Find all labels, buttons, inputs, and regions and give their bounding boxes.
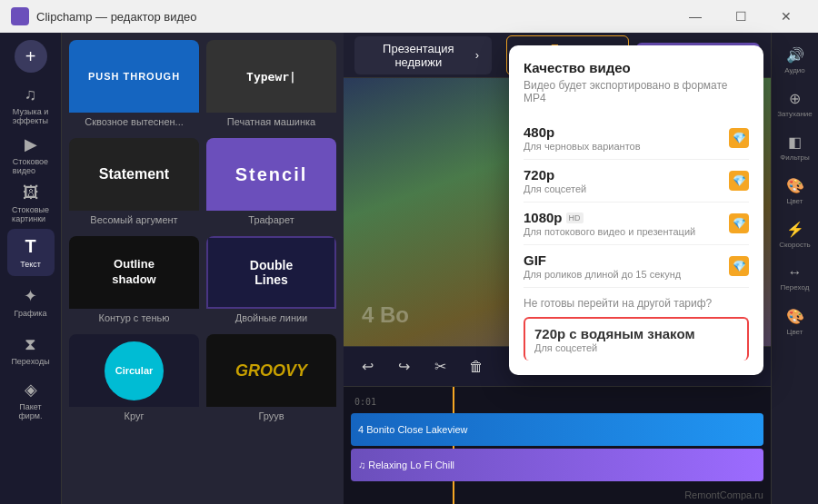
template-statement-thumb: Statement: [69, 138, 199, 211]
gem-1080p: 💎: [729, 213, 749, 233]
gem-gif: 💎: [729, 256, 749, 276]
quality-option-480p[interactable]: 480p Для черновых вариантов 💎: [524, 117, 749, 160]
quality-desc-1080p: Для потокового видео и презентаций: [524, 226, 695, 237]
brand-icon: ◈: [25, 380, 37, 400]
right-sidebar: 🔊 Аудио ⊕ Затухание ◧ Фильтры 🎨 Цвет ⚡ С…: [771, 33, 818, 504]
template-push[interactable]: PUSH THROUGH Сквозное вытеснен...: [69, 40, 199, 131]
transition-icon: ↔: [788, 264, 803, 281]
preview-text-overlay: 4 Bo: [362, 302, 409, 328]
sidebar-item-images-label: Стоковыекартинки: [12, 205, 49, 223]
stock-icon: ▶: [25, 134, 37, 154]
graphics-icon: ✦: [24, 286, 37, 306]
color2-label: Цвет: [787, 328, 803, 336]
window-controls: — ☐ ✕: [674, 3, 807, 30]
music-icon: ♫: [25, 85, 37, 104]
sidebar-transition-icon[interactable]: ↔ Переход: [775, 258, 815, 298]
quality-desc-480p: Для черновых вариантов: [524, 141, 641, 152]
window-title: Clipchamp — редактор видео: [36, 10, 667, 24]
quality-watermark-desc: Для соцсетей: [534, 342, 695, 353]
sidebar-item-transitions[interactable]: ⧗ Переходы: [7, 327, 55, 374]
sidebar-item-text[interactable]: T Текст: [7, 229, 55, 276]
template-stencil[interactable]: Stencil Трафарет: [206, 138, 336, 229]
filters-icon: ◧: [788, 133, 802, 151]
quality-res-gif: GIF: [524, 252, 681, 268]
speed-icon: ⚡: [786, 221, 804, 238]
speed-label: Скорость: [779, 241, 811, 249]
quality-watermark-option[interactable]: 720р с водяным знаком Для соцсетей: [524, 317, 749, 361]
template-statement[interactable]: Statement Весомый аргумент: [69, 138, 199, 229]
quality-panel: Качество видео Видео будет экспортирован…: [509, 45, 763, 375]
sidebar-item-stock-label: Стоковоевидео: [13, 157, 48, 175]
quality-divider: Не готовы перейти на другой тариф?: [524, 297, 749, 310]
redo-button[interactable]: ↪: [391, 354, 416, 380]
template-typewr-thumb: Typewr|: [206, 40, 336, 113]
template-circular-label: Круг: [69, 407, 199, 425]
quality-res-1080p: 1080p HD: [524, 210, 695, 225]
fade-icon: ⊕: [789, 90, 801, 107]
fade-label: Затухание: [777, 110, 813, 118]
maximize-button[interactable]: ☐: [720, 3, 762, 30]
template-typewr[interactable]: Typewr| Печатная машинка: [206, 40, 336, 131]
sidebar-item-graphics[interactable]: ✦ Графика: [7, 278, 55, 325]
filters-label: Фильтры: [780, 153, 810, 162]
sidebar-filters-icon[interactable]: ◧ Фильтры: [775, 127, 815, 167]
sidebar-color-icon[interactable]: 🎨 Цвет: [775, 171, 815, 211]
quality-desc-gif: Для роликов длиной до 15 секунд: [524, 269, 681, 280]
sidebar-item-brand-label: Пакетфирм.: [18, 402, 42, 420]
video-track-label: 4 Bonito Close Lakeview: [358, 424, 467, 435]
cut-button[interactable]: ✂: [427, 354, 453, 380]
quality-panel-subtitle: Видео будет экспортировано в формате MP4: [524, 79, 749, 104]
audio-track-label: ♫ Relaxing Lo Fi Chill: [358, 460, 454, 470]
template-outline[interactable]: Outlineshadow Контур с тенью: [69, 236, 199, 327]
sidebar-speed-icon[interactable]: ⚡ Скорость: [775, 214, 815, 254]
quality-panel-title: Качество видео: [524, 60, 749, 75]
quality-desc-720p: Для соцсетей: [524, 183, 586, 194]
sidebar-fade-icon[interactable]: ⊕ Затухание: [775, 84, 815, 124]
titlebar: Clipchamp — редактор видео — ☐ ✕: [0, 0, 818, 33]
project-title-button[interactable]: Презентация недвижи ›: [354, 36, 492, 74]
gem-720p: 💎: [729, 171, 749, 191]
template-typewr-label: Печатная машинка: [206, 113, 336, 131]
template-stencil-thumb: Stencil: [206, 138, 336, 211]
quality-option-gif[interactable]: GIF Для роликов длиной до 15 секунд 💎: [524, 245, 749, 288]
add-media-button[interactable]: +: [15, 40, 47, 73]
audio-icon: 🔊: [786, 46, 804, 64]
template-push-label: Сквозное вытеснен...: [69, 113, 199, 131]
video-track[interactable]: 4 Bonito Close Lakeview: [351, 413, 763, 446]
template-outline-thumb: Outlineshadow: [69, 236, 199, 309]
audio-track[interactable]: ♫ Relaxing Lo Fi Chill: [351, 449, 763, 481]
delete-button[interactable]: 🗑: [464, 354, 489, 380]
close-button[interactable]: ✕: [765, 3, 807, 30]
quality-option-720p[interactable]: 720p Для соцсетей 💎: [524, 160, 749, 203]
sidebar-item-music-label: Музыка иэффекты: [13, 107, 48, 125]
text-icon: T: [25, 236, 35, 257]
transition-label: Переход: [781, 283, 810, 292]
gem-480p: 💎: [729, 128, 749, 148]
quality-res-480p: 480p: [524, 124, 641, 140]
sidebar-item-transitions-label: Переходы: [11, 357, 49, 366]
template-grid: PUSH THROUGH Сквозное вытеснен... Typewr…: [69, 40, 336, 425]
images-icon: 🖼: [23, 183, 39, 203]
timeline-numbers: 0:01: [344, 392, 771, 410]
color2-icon: 🎨: [786, 308, 804, 325]
sidebar-item-stock[interactable]: ▶ Стоковоевидео: [7, 131, 55, 178]
template-circular[interactable]: Circular Круг: [69, 334, 199, 425]
quality-option-1080p[interactable]: 1080p HD Для потокового видео и презента…: [524, 203, 749, 245]
template-double[interactable]: DoubleLines Двойные линии: [206, 236, 336, 327]
sidebar-item-brand[interactable]: ◈ Пакетфирм.: [7, 376, 55, 423]
project-title-text: Презентация недвижи: [367, 42, 470, 69]
template-statement-label: Весомый аргумент: [69, 211, 199, 229]
circular-shape: Circular: [105, 341, 164, 400]
chevron-icon: ›: [475, 48, 479, 62]
minimize-button[interactable]: —: [674, 3, 716, 30]
undo-button[interactable]: ↩: [354, 354, 380, 380]
template-double-label: Двойные линии: [206, 309, 336, 327]
timeline-area[interactable]: 0:01 4 Bonito Close Lakeview ♫ Relaxing …: [344, 386, 771, 504]
template-groovy[interactable]: GROOVY Груув: [206, 334, 336, 425]
sidebar-color2-icon[interactable]: 🎨 Цвет: [775, 301, 815, 341]
sidebar-item-images[interactable]: 🖼 Стоковыекартинки: [7, 180, 55, 227]
sidebar-audio-icon[interactable]: 🔊 Аудио: [775, 40, 815, 80]
sidebar-item-music[interactable]: ♫ Музыка иэффекты: [7, 82, 55, 129]
app-icon: [11, 7, 29, 25]
template-groovy-label: Груув: [206, 407, 336, 425]
